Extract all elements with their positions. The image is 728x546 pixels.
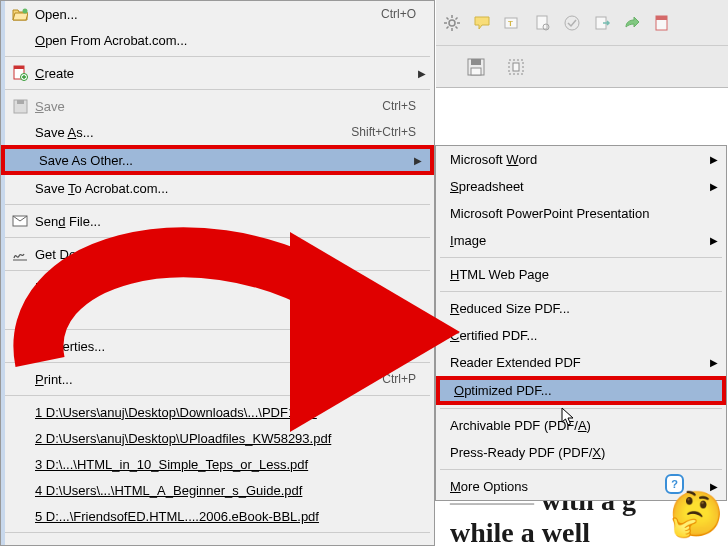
menu-item-get-signed[interactable]: Get Documents Signed...	[1, 241, 434, 267]
save-as-other-submenu: Microsoft Word▶ Spreadsheet▶ Microsoft P…	[435, 145, 727, 501]
recent-file-3[interactable]: 3 D:\...\HTML_in_10_Simple_Teps_or_Less.…	[1, 451, 434, 477]
text-highlight-icon[interactable]: T	[502, 13, 522, 33]
menu-separator	[440, 257, 722, 258]
menu-label: Open From Acrobat.com...	[31, 33, 426, 48]
menu-item-open[interactable]: Open... Ctrl+O	[1, 1, 434, 27]
menu-label: Save	[31, 99, 382, 114]
svg-rect-10	[471, 59, 481, 65]
menu-separator	[5, 56, 430, 57]
submenu-item-archivable[interactable]: Archivable PDF (PDF/A)	[436, 412, 726, 439]
menu-separator	[5, 204, 430, 205]
menu-shortcut: Ctrl+P	[382, 372, 426, 386]
menu-label: Send File...	[31, 214, 426, 229]
envelope-icon	[9, 215, 31, 227]
menu-separator	[440, 408, 722, 409]
submenu-label: Image	[450, 233, 486, 248]
svg-rect-8	[656, 16, 667, 20]
recent-file-2[interactable]: 2 D:\Users\anuj\Desktop\UPloadfiles_KW58…	[1, 425, 434, 451]
submenu-label: Microsoft Word	[450, 152, 537, 167]
svg-rect-19	[17, 100, 24, 104]
menu-separator	[5, 362, 430, 363]
submenu-item-powerpoint[interactable]: Microsoft PowerPoint Presentation	[436, 200, 726, 227]
submenu-label: Reader Extended PDF	[450, 355, 581, 370]
signature-icon	[9, 247, 31, 261]
menu-item-print[interactable]: Print... Ctrl+P	[1, 366, 434, 392]
menu-item-properties[interactable]: Properties...	[1, 333, 434, 359]
menu-label: Open...	[31, 7, 381, 22]
submenu-item-word[interactable]: Microsoft Word▶	[436, 146, 726, 173]
submenu-item-image[interactable]: Image▶	[436, 227, 726, 254]
save-disk-icon[interactable]	[466, 57, 486, 77]
menu-item-save-to-acrobat[interactable]: Save To Acrobat.com...	[1, 175, 434, 201]
menu-item-save-as[interactable]: Save As... Shift+Ctrl+S	[1, 119, 434, 145]
recent-label: 3 D:\...\HTML_in_10_Simple_Teps_or_Less.…	[31, 457, 426, 472]
submenu-label: Spreadsheet	[450, 179, 524, 194]
recent-file-4[interactable]: 4 D:\Users\...\HTML_A_Beginner_s_Guide.p…	[1, 477, 434, 503]
svg-rect-16	[14, 66, 24, 69]
menu-separator	[5, 89, 430, 90]
menu-item-send-file[interactable]: Send File...	[1, 208, 434, 234]
recent-label: 4 D:\Users\...\HTML_A_Beginner_s_Guide.p…	[31, 483, 426, 498]
submenu-arrow-icon: ▶	[710, 235, 718, 246]
svg-rect-11	[471, 68, 481, 75]
menu-label: Properties...	[31, 339, 426, 354]
submenu-item-press-ready[interactable]: Press-Ready PDF (PDF/X)	[436, 439, 726, 466]
submenu-item-html[interactable]: HTML Web Page	[436, 261, 726, 288]
submenu-item-reader-extended[interactable]: Reader Extended PDF▶	[436, 349, 726, 376]
svg-point-0	[449, 20, 455, 26]
stamp-icon[interactable]	[562, 13, 582, 33]
submenu-item-optimized-pdf[interactable]: Optimized PDF...	[436, 376, 726, 405]
submenu-arrow-icon: ▶	[418, 68, 426, 79]
menu-shortcut: Ctrl+O	[381, 7, 426, 21]
submenu-arrow-icon: ▶	[710, 357, 718, 368]
menu-separator	[440, 469, 722, 470]
forward-icon[interactable]	[622, 13, 642, 33]
menu-item-create[interactable]: Create ▶	[1, 60, 434, 86]
recent-file-1[interactable]: 1 D:\Users\anuj\Desktop\Downloads\...\PD…	[1, 399, 434, 425]
submenu-label: HTML Web Page	[450, 267, 549, 282]
menu-separator	[5, 329, 430, 330]
submenu-label: Archivable PDF (PDF/A)	[450, 418, 591, 433]
menu-item-save-as-other[interactable]: Save As Other... ▶	[1, 145, 434, 175]
menu-item-save: Save Ctrl+S	[1, 93, 434, 119]
menu-item-open-from-acrobat[interactable]: Open From Acrobat.com...	[1, 27, 434, 53]
folder-open-icon	[9, 7, 31, 21]
menu-shortcut: +W	[398, 306, 426, 320]
submenu-label: More Options	[450, 479, 528, 494]
menu-separator	[5, 270, 430, 271]
menu-item-close-obscured[interactable]: +W	[1, 300, 434, 326]
menu-label: Get Documents Signed...	[31, 247, 426, 262]
menu-shortcut: Shift+Ctrl+S	[351, 125, 426, 139]
svg-text:T: T	[508, 19, 513, 28]
svg-point-5	[565, 16, 579, 30]
pdf-icon[interactable]	[652, 13, 672, 33]
attach-icon[interactable]	[532, 13, 552, 33]
submenu-label: Press-Ready PDF (PDF/X)	[450, 445, 605, 460]
menu-item-revert-obscured[interactable]: Re	[1, 274, 434, 300]
export-icon[interactable]	[592, 13, 612, 33]
menu-label: Re	[31, 280, 426, 295]
submenu-label: Microsoft PowerPoint Presentation	[450, 206, 649, 221]
top-toolbar: T	[436, 0, 728, 46]
secondary-toolbar	[436, 46, 728, 88]
menu-separator	[5, 395, 430, 396]
submenu-label: Certified PDF...	[450, 328, 537, 343]
menu-label: Save As Other...	[35, 153, 422, 168]
thinking-emoji-icon: 🤔	[664, 482, 728, 546]
gear-icon[interactable]	[442, 13, 462, 33]
menu-label: Save To Acrobat.com...	[31, 181, 426, 196]
menu-label: Create	[31, 66, 426, 81]
submenu-label: Optimized PDF...	[454, 383, 552, 398]
submenu-item-spreadsheet[interactable]: Spreadsheet▶	[436, 173, 726, 200]
comment-icon[interactable]	[472, 13, 492, 33]
submenu-label: Reduced Size PDF...	[450, 301, 570, 316]
menu-label: Save As...	[31, 125, 351, 140]
recent-label: 2 D:\Users\anuj\Desktop\UPloadfiles_KW58…	[31, 431, 426, 446]
submenu-item-reduced[interactable]: Reduced Size PDF...	[436, 295, 726, 322]
submenu-arrow-icon: ▶	[414, 155, 422, 166]
recent-file-5[interactable]: 5 D:...\FriendsofED.HTML....2006.eBook-B…	[1, 503, 434, 529]
fit-page-icon[interactable]	[506, 57, 526, 77]
submenu-arrow-icon: ▶	[710, 181, 718, 192]
submenu-item-certified[interactable]: Certified PDF...	[436, 322, 726, 349]
file-menu: Open... Ctrl+O Open From Acrobat.com... …	[0, 0, 435, 546]
